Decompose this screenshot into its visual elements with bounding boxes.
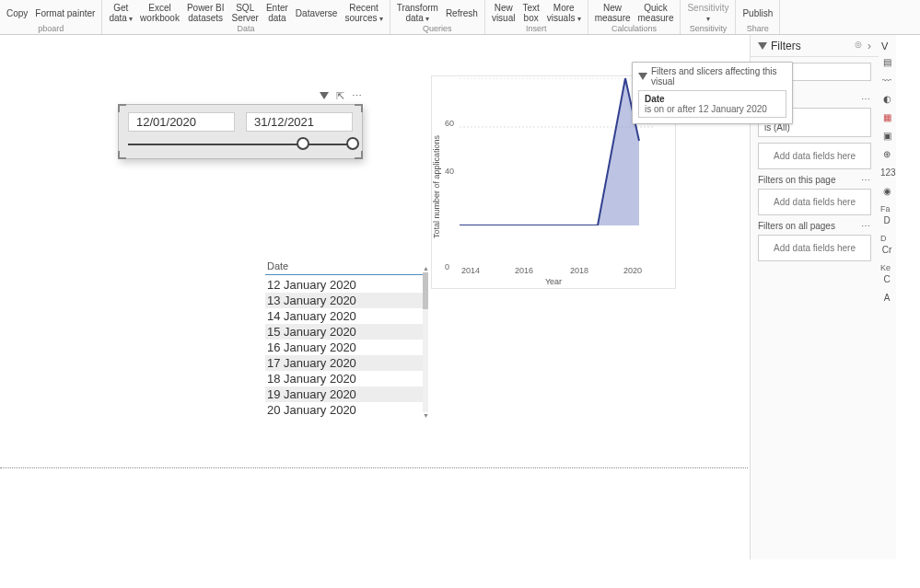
ribbon-group-label: Sensitivity	[690, 24, 728, 35]
ribbon-group-label: Data	[238, 24, 255, 35]
filters-on-page-heading: Filters on this page	[758, 175, 836, 185]
collapse-pane-icon[interactable]	[868, 39, 871, 52]
ribbon-button[interactable]: Excelworkbook	[136, 0, 183, 24]
filter-icon	[758, 40, 767, 52]
date-slicer-visual[interactable]: 12/01/2020 31/12/2021	[118, 90, 363, 159]
date-to-input[interactable]: 31/12/2021	[246, 112, 353, 132]
ribbon-button[interactable]: SQLServer	[227, 0, 262, 24]
field-well-icon[interactable]: D	[880, 215, 893, 228]
date-slider-handle-end[interactable]	[346, 137, 359, 150]
viz-type-icon[interactable]: ▤	[880, 57, 893, 70]
x-tick: 2018	[570, 266, 588, 275]
resize-handle-bl[interactable]	[118, 151, 126, 159]
ribbon: CopyFormat painterpboardGetdataExcelwork…	[0, 0, 920, 35]
ribbon-button[interactable]: Dataverse	[292, 0, 342, 24]
visualization-picker-rail: ▤ 〰 ◐ ▦ ▣ ⊕ 123 ◉ Fa D D Cr Ke C A	[880, 57, 893, 311]
tooltip-field-desc: is on or after 12 January 2020	[645, 104, 780, 114]
page-boundary	[0, 467, 748, 468]
field-well-icon[interactable]: C	[880, 274, 893, 287]
date-from-input[interactable]: 12/01/2020	[128, 112, 235, 132]
date-range-slicer[interactable]: 12/01/2020 31/12/2021	[118, 104, 363, 159]
table-row[interactable]: 16 January 2020	[265, 340, 424, 355]
table-row[interactable]: 12 January 2020	[265, 277, 424, 293]
visualizations-pane-label: V	[879, 35, 896, 57]
ribbon-button[interactable]: Sensitivity	[683, 0, 732, 24]
rail-label: Ke	[880, 263, 893, 272]
more-options-icon[interactable]	[352, 90, 363, 102]
tooltip-filter-card: Date is on or after 12 January 2020	[638, 90, 786, 118]
ribbon-button[interactable]: Newmeasure	[591, 0, 635, 24]
viz-type-icon[interactable]: 123	[880, 167, 893, 180]
date-slider-handle-start[interactable]	[297, 137, 309, 150]
date-table-header[interactable]: Date	[265, 258, 424, 274]
rail-label: Fa	[880, 204, 893, 213]
y-tick: 60	[445, 119, 454, 128]
ribbon-button[interactable]: Copy	[3, 0, 31, 24]
table-row[interactable]: 20 January 2020	[265, 402, 424, 418]
filters-on-all-pages-heading: Filters on all pages	[758, 221, 835, 231]
more-options-icon[interactable]	[861, 94, 871, 104]
date-slider-track[interactable]	[128, 144, 353, 145]
ribbon-group-label: Queries	[423, 24, 452, 35]
viz-type-icon[interactable]: ⊕	[880, 149, 893, 162]
more-options-icon[interactable]	[861, 175, 871, 185]
ribbon-group-label: pboard	[38, 24, 64, 35]
add-visual-filter-dropzone[interactable]: Add data fields here	[758, 143, 871, 169]
filter-icon[interactable]	[320, 90, 329, 102]
viz-type-icon[interactable]: ◉	[880, 186, 893, 199]
ribbon-button[interactable]: Quickmeasure	[635, 0, 678, 24]
viz-type-icon[interactable]: ◐	[880, 94, 893, 107]
ribbon-group-label: Share	[747, 24, 769, 35]
scrollbar-track[interactable]	[423, 272, 428, 412]
x-tick: 2014	[461, 266, 480, 275]
table-row[interactable]: 15 January 2020	[265, 324, 424, 340]
divider	[265, 274, 424, 275]
table-row[interactable]: 17 January 2020	[265, 355, 424, 371]
ribbon-button[interactable]: Getdata	[105, 0, 136, 24]
ribbon-group-label: Calculations	[611, 24, 657, 35]
filter-icon	[638, 72, 647, 82]
table-row[interactable]: 14 January 2020	[265, 308, 424, 324]
focus-mode-icon[interactable]	[336, 90, 344, 102]
table-row[interactable]: 18 January 2020	[265, 371, 424, 386]
ribbon-button[interactable]: Recentsources	[341, 0, 386, 24]
field-well-icon[interactable]: A	[880, 293, 893, 306]
add-report-filter-dropzone[interactable]: Add data fields here	[758, 235, 871, 261]
date-table-visual[interactable]: Date 12 January 202013 January 202014 Ja…	[265, 258, 424, 418]
ribbon-group: NewvisualTextboxMorevisualsInsert	[485, 0, 588, 34]
show-hide-icon[interactable]	[855, 39, 862, 52]
scrollbar-thumb[interactable]	[423, 272, 428, 309]
ribbon-group: GetdataExcelworkbookPower BIdatasetsSQLS…	[102, 0, 390, 34]
filters-pane-title: Filters	[771, 40, 801, 52]
ribbon-group: SensitivitySensitivity	[681, 0, 736, 34]
tooltip-title: Filters and slicers affecting this visua…	[651, 66, 786, 86]
ribbon-button[interactable]: Power BIdatasets	[183, 0, 228, 24]
ribbon-button[interactable]: Textbox	[518, 0, 542, 24]
ribbon-button[interactable]: Publish	[739, 0, 776, 24]
scroll-up-icon[interactable]: ▲	[423, 265, 428, 271]
resize-handle-br[interactable]	[355, 151, 363, 159]
ribbon-button[interactable]: Morevisuals	[543, 0, 585, 24]
x-axis-label: Year	[432, 277, 675, 286]
x-tick: 2020	[623, 266, 642, 275]
area-plot	[460, 78, 653, 225]
ribbon-button[interactable]: Enterdata	[262, 0, 292, 24]
tooltip-field-name: Date	[645, 94, 780, 104]
viz-type-icon[interactable]: ▣	[880, 131, 893, 144]
viz-type-icon[interactable]: ▦	[880, 112, 893, 125]
add-page-filter-dropzone[interactable]: Add data fields here	[758, 189, 871, 215]
field-well-icon[interactable]: Cr	[880, 245, 893, 258]
table-row[interactable]: 19 January 2020	[265, 386, 424, 402]
resize-handle-tl[interactable]	[118, 104, 126, 112]
table-row[interactable]: 13 January 2020	[265, 293, 424, 308]
ribbon-button[interactable]: Transformdata	[393, 0, 442, 24]
ribbon-button[interactable]: Refresh	[442, 0, 482, 24]
more-options-icon[interactable]	[861, 221, 871, 231]
resize-handle-tr[interactable]	[355, 104, 363, 112]
ribbon-button[interactable]: Newvisual	[488, 0, 519, 24]
ribbon-button[interactable]: Format painter	[31, 0, 99, 24]
viz-type-icon[interactable]: 〰	[880, 75, 893, 88]
scroll-down-icon[interactable]: ▼	[423, 412, 428, 419]
slicer-visual-header	[118, 90, 363, 104]
filters-affecting-visual-tooltip: Filters and slicers affecting this visua…	[632, 62, 793, 124]
